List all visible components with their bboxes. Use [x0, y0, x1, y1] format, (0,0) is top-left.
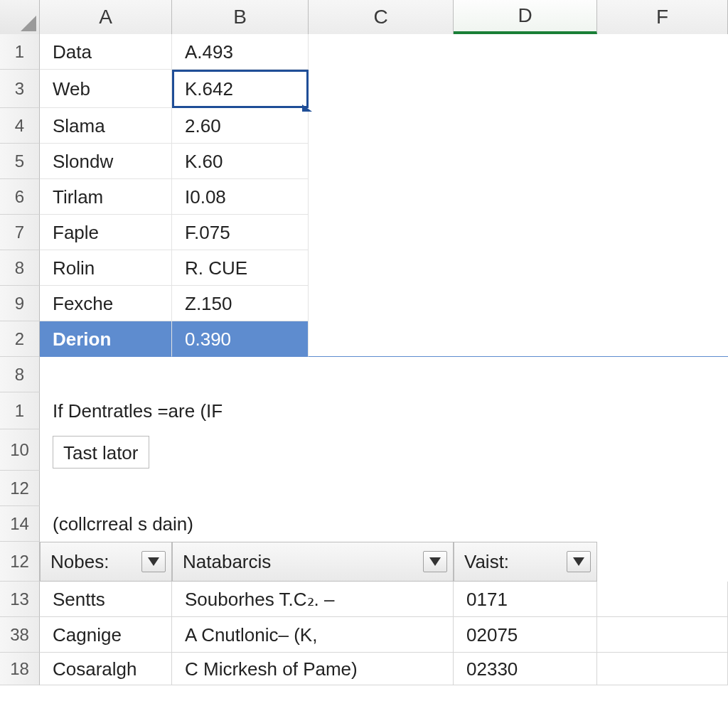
cell[interactable] — [597, 179, 728, 215]
cell[interactable]: Sentts — [40, 582, 172, 617]
row-header[interactable]: 8 — [0, 357, 40, 392]
cell[interactable]: 0.390 — [172, 321, 309, 357]
svg-marker-0 — [148, 557, 159, 566]
cell[interactable] — [172, 357, 309, 392]
cell[interactable]: K.60 — [172, 144, 309, 179]
cell[interactable]: C Micrkesh of Pame) — [172, 653, 454, 685]
row-header[interactable]: 12 — [0, 471, 40, 506]
cell[interactable] — [597, 34, 728, 70]
filter-header-nobes[interactable]: Nobes: — [40, 542, 172, 582]
col-header-f[interactable]: F — [597, 0, 728, 34]
cell[interactable] — [309, 321, 454, 357]
cell[interactable]: F.075 — [172, 215, 309, 250]
col-header-b[interactable]: B — [172, 0, 309, 34]
cell[interactable]: Cosaralgh — [40, 653, 172, 685]
cell[interactable]: A Cnutlonic– (K, — [172, 617, 454, 653]
cell[interactable]: A.493 — [172, 34, 309, 70]
cell[interactable] — [597, 286, 728, 321]
filter-dropdown-button[interactable] — [423, 551, 447, 572]
cell[interactable] — [597, 70, 728, 108]
col-header-a[interactable]: A — [40, 0, 172, 34]
cell[interactable] — [40, 471, 728, 506]
row-header[interactable]: 3 — [0, 70, 40, 108]
cell[interactable] — [597, 617, 728, 653]
row-header[interactable]: 6 — [0, 179, 40, 215]
svg-marker-1 — [429, 557, 441, 566]
cell[interactable] — [454, 357, 597, 392]
cell[interactable]: Souborhes T.C₂. – — [172, 582, 454, 617]
cell[interactable] — [40, 357, 172, 392]
cell[interactable] — [454, 108, 597, 144]
row-header[interactable]: 4 — [0, 108, 40, 144]
cell[interactable]: R. CUE — [172, 250, 309, 286]
row-header[interactable]: 18 — [0, 653, 40, 685]
cell[interactable]: Derion — [40, 321, 172, 357]
row-header[interactable]: 10 — [0, 429, 40, 471]
filter-header-natabarcis[interactable]: Natabarcis — [172, 542, 454, 582]
cell[interactable] — [597, 542, 728, 582]
tast-lator-button[interactable]: Tast lator — [53, 436, 149, 469]
cell[interactable] — [454, 215, 597, 250]
cell[interactable]: 02075 — [454, 617, 597, 653]
formula-text[interactable]: If Dentratles =are (IF — [40, 392, 728, 429]
cell[interactable]: Slama — [40, 108, 172, 144]
cell[interactable] — [309, 108, 454, 144]
row-header[interactable]: 14 — [0, 506, 40, 542]
cell[interactable] — [597, 653, 728, 685]
cell[interactable] — [454, 34, 597, 70]
cell[interactable] — [597, 357, 728, 392]
cell[interactable] — [309, 34, 454, 70]
filter-header-vaist[interactable]: Vaist: — [454, 542, 597, 582]
cell[interactable] — [454, 286, 597, 321]
cell[interactable]: K.642 — [172, 70, 309, 108]
cell[interactable]: Data — [40, 34, 172, 70]
cell[interactable] — [454, 70, 597, 108]
cell[interactable] — [597, 321, 728, 357]
cell[interactable]: Slondw — [40, 144, 172, 179]
cell[interactable] — [597, 582, 728, 617]
cell[interactable] — [597, 108, 728, 144]
cell[interactable] — [309, 70, 454, 108]
col-header-d[interactable]: D — [454, 0, 597, 34]
cell[interactable]: 2.60 — [172, 108, 309, 144]
cell[interactable] — [309, 286, 454, 321]
row-header[interactable]: 13 — [0, 582, 40, 617]
row-header[interactable]: 1 — [0, 34, 40, 70]
cell[interactable] — [309, 357, 454, 392]
cell[interactable]: Fexche — [40, 286, 172, 321]
cell[interactable]: 02330 — [454, 653, 597, 685]
cell[interactable]: I0.08 — [172, 179, 309, 215]
row-header[interactable]: 9 — [0, 286, 40, 321]
filter-dropdown-button[interactable] — [567, 551, 591, 572]
cell[interactable] — [597, 144, 728, 179]
cell[interactable] — [454, 144, 597, 179]
cell[interactable]: Faple — [40, 215, 172, 250]
cell[interactable] — [597, 215, 728, 250]
cell[interactable] — [454, 179, 597, 215]
cell[interactable] — [454, 321, 597, 357]
cell[interactable]: Tirlam — [40, 179, 172, 215]
cell[interactable]: Rolin — [40, 250, 172, 286]
cell[interactable]: Z.150 — [172, 286, 309, 321]
caption-text[interactable]: (collcrreal s dain) — [40, 506, 728, 542]
col-header-c[interactable]: C — [309, 0, 454, 34]
cell[interactable] — [309, 144, 454, 179]
cell[interactable] — [309, 250, 454, 286]
row-header[interactable]: 7 — [0, 215, 40, 250]
row-header[interactable]: 5 — [0, 144, 40, 179]
row-header[interactable]: 12 — [0, 542, 40, 582]
select-all-corner[interactable] — [0, 0, 40, 34]
cell[interactable]: 0171 — [454, 582, 597, 617]
cell[interactable]: Web — [40, 70, 172, 108]
row-header[interactable]: 8 — [0, 250, 40, 286]
filter-dropdown-button[interactable] — [141, 551, 166, 572]
cell[interactable] — [309, 215, 454, 250]
row-header[interactable]: 2 — [0, 321, 40, 357]
cell[interactable] — [597, 250, 728, 286]
cell[interactable] — [309, 179, 454, 215]
row-header[interactable]: 1 — [0, 392, 40, 429]
cell[interactable]: Cagnige — [40, 617, 172, 653]
row-header[interactable]: 38 — [0, 617, 40, 653]
spreadsheet: A B C D F 1 Data A.493 3 Web K.642 4 Sla… — [0, 0, 728, 728]
cell[interactable] — [454, 250, 597, 286]
